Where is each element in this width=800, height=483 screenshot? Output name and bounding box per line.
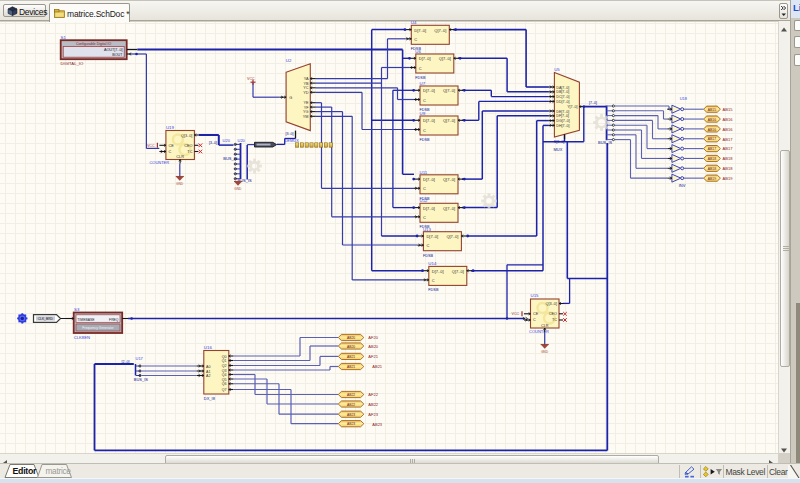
svg-text:AB19: AB19 bbox=[708, 177, 716, 181]
svg-text:D[7..0]: D[7..0] bbox=[419, 56, 431, 61]
svg-text:Configurable Digital IO: Configurable Digital IO bbox=[76, 42, 111, 46]
svg-text:DX_I8: DX_I8 bbox=[204, 396, 216, 401]
svg-text:D[7..0]: D[7..0] bbox=[432, 269, 444, 274]
svg-text:D[7..0]: D[7..0] bbox=[423, 118, 435, 123]
svg-text:Q[7..0]: Q[7..0] bbox=[434, 28, 446, 33]
svg-text:U19: U19 bbox=[166, 125, 175, 130]
svg-text:U2: U2 bbox=[286, 58, 292, 63]
svg-text:C: C bbox=[432, 278, 435, 283]
svg-text:BOUT: BOUT bbox=[112, 53, 123, 57]
svg-text:matrice: matrice bbox=[46, 466, 72, 476]
svg-text:U11: U11 bbox=[420, 170, 428, 175]
svg-text:AB21: AB21 bbox=[347, 365, 355, 369]
svg-text:FDSB: FDSB bbox=[415, 76, 426, 80]
svg-text:U13: U13 bbox=[423, 227, 432, 232]
svg-text:AF22: AF22 bbox=[368, 392, 378, 397]
svg-text:AB17: AB17 bbox=[708, 137, 716, 141]
svg-text:TC: TC bbox=[187, 150, 192, 154]
svg-text:Q1: Q1 bbox=[222, 359, 227, 363]
svg-text:DE[7..0]: DE[7..0] bbox=[556, 110, 569, 114]
svg-text:U14: U14 bbox=[428, 261, 437, 266]
svg-text:AB23: AB23 bbox=[347, 422, 355, 426]
svg-text:AB17: AB17 bbox=[708, 147, 716, 151]
svg-text:C: C bbox=[533, 318, 536, 322]
svg-text:AB17: AB17 bbox=[723, 137, 734, 142]
svg-text:C: C bbox=[423, 98, 426, 103]
svg-text:YB: YB bbox=[303, 82, 309, 86]
svg-text:DF[7..0]: DF[7..0] bbox=[556, 114, 569, 118]
svg-text:U20: U20 bbox=[223, 138, 231, 143]
svg-text:AB18: AB18 bbox=[723, 166, 734, 171]
svg-text:AB15: AB15 bbox=[723, 107, 734, 112]
svg-text:Q[7..0]: Q[7..0] bbox=[443, 88, 455, 93]
svg-text:CLK_BRD: CLK_BRD bbox=[38, 317, 54, 321]
svg-text:U6: U6 bbox=[415, 49, 421, 54]
svg-text:AB20: AB20 bbox=[368, 344, 379, 349]
svg-text:VCC: VCC bbox=[512, 312, 520, 316]
svg-text:YE: YE bbox=[303, 101, 309, 105]
svg-text:U16: U16 bbox=[204, 345, 213, 350]
svg-text:GND: GND bbox=[541, 350, 549, 354]
svg-text:CLR: CLR bbox=[541, 324, 549, 328]
svg-text:Q[7..0]: Q[7..0] bbox=[443, 206, 455, 211]
svg-text:A2: A2 bbox=[206, 374, 210, 378]
svg-text:DA[7..0]: DA[7..0] bbox=[556, 86, 569, 90]
svg-text:CE: CE bbox=[168, 144, 174, 148]
svg-text:BUS_IS: BUS_IS bbox=[598, 140, 613, 145]
svg-text:AB20: AB20 bbox=[347, 336, 355, 340]
svg-text:FDSB: FDSB bbox=[420, 138, 431, 142]
svg-text:DH[7..0]: DH[7..0] bbox=[556, 124, 569, 128]
svg-text:YD: YD bbox=[303, 91, 309, 95]
svg-text:D[7..0]: D[7..0] bbox=[423, 88, 435, 93]
svg-text:AB16: AB16 bbox=[723, 117, 734, 122]
svg-text:AB17: AB17 bbox=[723, 146, 734, 151]
svg-text:AB22: AB22 bbox=[368, 402, 379, 407]
svg-text:BUS_IS: BUS_IS bbox=[134, 377, 149, 382]
svg-text:AB18: AB18 bbox=[708, 167, 716, 171]
svg-text:S3: S3 bbox=[74, 307, 80, 312]
svg-text:CE: CE bbox=[533, 312, 539, 316]
svg-text:D[7..0]: D[7..0] bbox=[423, 206, 435, 211]
svg-text:Q[7..0]: Q[7..0] bbox=[439, 56, 451, 61]
svg-text:C: C bbox=[423, 128, 426, 133]
svg-text:GND: GND bbox=[176, 182, 184, 186]
svg-text:Q3: Q3 bbox=[222, 369, 227, 373]
svg-text:AOUT[7..0]: AOUT[7..0] bbox=[104, 48, 122, 52]
svg-text:C: C bbox=[426, 243, 429, 248]
svg-text:AB22: AB22 bbox=[347, 393, 355, 397]
svg-text:AB22: AB22 bbox=[347, 403, 355, 407]
svg-text:GND: GND bbox=[234, 187, 242, 191]
svg-text:Q[7..0]: Q[7..0] bbox=[446, 234, 458, 239]
svg-text:C: C bbox=[419, 66, 422, 71]
svg-text:VCC: VCC bbox=[147, 144, 155, 148]
svg-text:DIGITAL_IO: DIGITAL_IO bbox=[61, 61, 84, 66]
svg-text:G: G bbox=[289, 96, 292, 100]
svg-text:CLK8EN: CLK8EN bbox=[74, 335, 90, 340]
svg-text:AB21: AB21 bbox=[347, 355, 355, 359]
svg-text:FREQ: FREQ bbox=[109, 318, 119, 322]
svg-text:AB23: AB23 bbox=[372, 422, 383, 427]
svg-text:INV: INV bbox=[679, 183, 686, 188]
svg-text:YA: YA bbox=[304, 77, 309, 81]
svg-text:DD[7..0]: DD[7..0] bbox=[556, 100, 569, 104]
svg-text:D[7..0]: D[7..0] bbox=[414, 28, 426, 33]
svg-text:[3..0]: [3..0] bbox=[209, 141, 217, 145]
svg-text:C: C bbox=[168, 150, 171, 154]
svg-text:Q[7..0]: Q[7..0] bbox=[452, 269, 464, 274]
svg-text:A1: A1 bbox=[206, 370, 210, 374]
svg-text:AB20: AB20 bbox=[347, 345, 355, 349]
svg-text:D[7..0]: D[7..0] bbox=[426, 234, 438, 239]
svg-text:AB18: AB18 bbox=[723, 156, 734, 161]
svg-text:C: C bbox=[414, 37, 417, 42]
svg-text:Y[7..0]: Y[7..0] bbox=[567, 105, 577, 109]
svg-text:U15: U15 bbox=[531, 293, 540, 298]
svg-text:AB21: AB21 bbox=[372, 364, 383, 369]
svg-text:AB16: AB16 bbox=[708, 118, 716, 122]
svg-text:CLR: CLR bbox=[176, 155, 184, 159]
svg-text:D[7..0]: D[7..0] bbox=[423, 177, 435, 182]
svg-text:Q4: Q4 bbox=[222, 373, 227, 377]
svg-text:Frequency Generator: Frequency Generator bbox=[82, 326, 114, 330]
svg-text:S[3..0]: S[3..0] bbox=[554, 140, 564, 144]
svg-text:U17: U17 bbox=[136, 356, 144, 361]
svg-text:Q6: Q6 bbox=[222, 382, 227, 386]
